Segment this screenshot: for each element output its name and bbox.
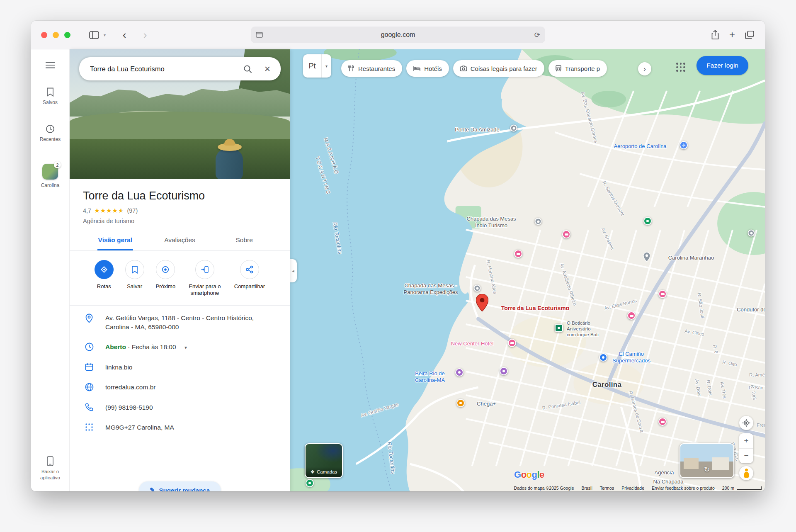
map-label-poi[interactable]: Carolina Maranhão xyxy=(668,255,714,261)
store-pin[interactable] xyxy=(555,324,563,332)
map-label-poi[interactable]: O Boticário Aniversário com toque Boti xyxy=(567,321,599,338)
new-tab-button[interactable]: + xyxy=(729,30,735,40)
search-icon[interactable] xyxy=(238,60,257,78)
terms-link[interactable]: Termos xyxy=(600,486,614,491)
nearby-button[interactable]: Próximo xyxy=(155,260,175,297)
sidebar-item-carolina[interactable]: 2 Carolina xyxy=(41,164,60,188)
language-label: Pt xyxy=(303,54,321,78)
map-label-supermarket[interactable]: El Camiño Supermercados xyxy=(612,351,650,364)
hotel-pin[interactable] xyxy=(627,311,636,320)
park-pin[interactable] xyxy=(643,217,652,225)
hotel-pin[interactable] xyxy=(658,290,667,298)
street-view-thumbnail[interactable]: ↻ xyxy=(680,443,734,478)
address-bar[interactable]: google.com ⟳ xyxy=(251,27,545,43)
hero-person xyxy=(216,142,243,179)
nearby-icon xyxy=(161,265,170,274)
chip-restaurants[interactable]: Restaurantes xyxy=(341,60,402,77)
map-label-selected-place[interactable]: Torre da Lua Ecoturismo xyxy=(501,305,570,312)
layers-toggle[interactable]: ❖Camadas xyxy=(305,443,343,478)
google-apps-icon[interactable] xyxy=(676,63,685,72)
selected-place-pin[interactable] xyxy=(476,294,488,311)
map-label-hotel[interactable]: New Center Hotel xyxy=(451,340,494,347)
address-row[interactable]: Av. Getúlio Vargas, 1188 - Centro - Cent… xyxy=(85,308,277,338)
bridge-poi-pin[interactable] xyxy=(510,125,517,132)
phone-icon xyxy=(47,456,53,466)
park-pin[interactable] xyxy=(306,479,314,487)
close-window-button[interactable] xyxy=(41,32,47,38)
map-label-poi[interactable]: Ponte Da Amizade xyxy=(455,126,500,133)
review-count-link[interactable]: (97) xyxy=(127,207,138,214)
poi-pin-gray[interactable] xyxy=(748,230,755,237)
chip-things-to-do[interactable]: Coisas legais para fazer xyxy=(453,60,544,77)
sidebar-item-recents[interactable]: Recentes xyxy=(40,124,61,142)
map-label-poi[interactable]: Agência xyxy=(655,469,674,476)
map-label-poi[interactable]: Beira Rio de Carolina-MA xyxy=(415,370,445,383)
download-app-button[interactable]: Baixar o aplicativo xyxy=(31,456,69,481)
lodging-pin[interactable] xyxy=(500,367,508,375)
supermarket-pin[interactable] xyxy=(599,353,607,362)
map-canvas[interactable] xyxy=(290,49,765,491)
phone-row[interactable]: (99) 98198-5190 xyxy=(85,398,277,418)
directions-button[interactable]: Rotas xyxy=(95,260,114,297)
map-label-poi[interactable]: Condutor de turis xyxy=(737,306,765,313)
plus-code-row[interactable]: MG9G+27 Carolina, MA xyxy=(85,418,277,437)
tab-about[interactable]: Sobre xyxy=(212,231,277,250)
sidebar-caret-icon[interactable]: ▾ xyxy=(104,33,106,37)
place-hero-photo[interactable]: ✕ xyxy=(70,49,290,179)
share-button[interactable] xyxy=(711,30,719,40)
hotel-pin[interactable] xyxy=(562,230,570,238)
map-label-poi[interactable]: Chapada das Mesas Índio Turismo xyxy=(466,216,516,228)
zoom-window-button[interactable] xyxy=(64,32,70,38)
chip-hotels[interactable]: Hotéis xyxy=(406,60,449,77)
carolina-maranhao-pin[interactable] xyxy=(643,252,650,262)
suggest-edit-button[interactable]: ✎ Sugerir mudança xyxy=(139,481,221,491)
reload-button[interactable]: ⟳ xyxy=(534,27,540,43)
poi-pin-gray[interactable] xyxy=(474,285,481,292)
chevron-down-icon[interactable]: ▾ xyxy=(321,54,331,78)
privacy-link[interactable]: Privacidade xyxy=(621,486,644,491)
forward-button[interactable]: › xyxy=(139,29,151,41)
sidebar-item-saved[interactable]: Salvos xyxy=(43,87,58,105)
zoom-in-button[interactable]: + xyxy=(739,433,753,449)
hotel-pin[interactable] xyxy=(658,418,667,426)
website-row[interactable]: torredalua.com.br xyxy=(85,377,277,397)
map-label-city: Carolina xyxy=(592,381,621,389)
back-button[interactable]: ‹ xyxy=(118,29,131,41)
pegman-button[interactable] xyxy=(739,466,753,480)
chip-transit[interactable]: Transporte p xyxy=(548,60,607,77)
tab-overview[interactable]: Visão geral xyxy=(83,231,148,250)
map-label-airport[interactable]: Aeroporto de Carolina xyxy=(614,143,666,150)
login-button[interactable]: Fazer login xyxy=(696,56,748,75)
tab-overview-button[interactable] xyxy=(745,31,754,39)
collapse-panel-button[interactable]: ◂ xyxy=(290,259,297,282)
map-label-poi[interactable]: Chapada das Mesas - Panorama Expedições xyxy=(404,282,458,295)
minimize-window-button[interactable] xyxy=(53,32,59,38)
lodging-pin[interactable] xyxy=(455,368,464,377)
zoom-out-button[interactable]: − xyxy=(739,449,753,464)
chips-scroll-right-button[interactable]: › xyxy=(638,62,651,75)
feedback-link[interactable]: Enviar feedback sobre o produto xyxy=(652,486,715,491)
menu-button[interactable] xyxy=(46,62,55,68)
google-logo[interactable]: Google xyxy=(514,469,544,480)
hotel-pin[interactable] xyxy=(508,339,516,347)
airport-pin[interactable]: ✈ xyxy=(680,141,688,149)
hotel-pin[interactable] xyxy=(514,250,522,258)
tab-reviews[interactable]: Avaliações xyxy=(148,231,212,250)
hours-row[interactable]: Aberto · Fecha às 18:00 ▾ xyxy=(85,337,277,357)
restaurant-pin[interactable] xyxy=(456,399,465,407)
map-container[interactable]: Ponte Da Amizade Aeroporto de Carolina M… xyxy=(290,49,765,491)
send-to-phone-button[interactable]: Enviar para o smartphone xyxy=(187,260,223,297)
hours-caret-icon[interactable]: ▾ xyxy=(184,345,187,350)
my-location-button[interactable] xyxy=(739,416,753,430)
map-label-poi[interactable]: Na Chapada xyxy=(653,479,684,485)
sidebar-toggle-button[interactable] xyxy=(88,29,100,41)
poi-pin-gray[interactable] xyxy=(535,218,542,225)
share-button[interactable]: Compartilhar xyxy=(234,260,265,297)
language-widget[interactable]: Pt ▾ xyxy=(303,54,331,78)
clear-search-button[interactable]: ✕ xyxy=(257,60,277,78)
star-icon: ★ xyxy=(94,207,100,214)
save-button[interactable]: Salvar xyxy=(125,260,144,297)
map-label-poi[interactable]: Chega+ xyxy=(477,401,496,407)
booking-link-row[interactable]: linkna.bio xyxy=(85,357,277,377)
search-input[interactable] xyxy=(79,65,238,73)
